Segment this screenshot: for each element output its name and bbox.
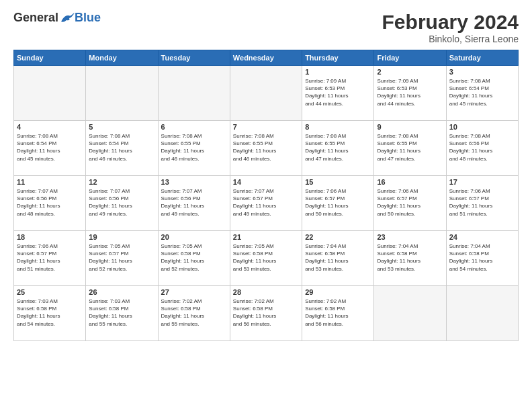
table-cell: 1Sunrise: 7:09 AM Sunset: 6:53 PM Daylig… xyxy=(302,66,374,121)
logo-general-text: General xyxy=(13,11,58,25)
day-number: 7 xyxy=(233,123,299,131)
table-cell: 19Sunrise: 7:05 AM Sunset: 6:57 PM Dayli… xyxy=(86,231,158,286)
day-number: 19 xyxy=(89,233,154,241)
table-cell: 24Sunrise: 7:04 AM Sunset: 6:58 PM Dayli… xyxy=(446,231,518,286)
day-number: 23 xyxy=(377,233,443,241)
calendar-table: Sunday Monday Tuesday Wednesday Thursday… xyxy=(13,50,519,341)
table-row: 4Sunrise: 7:08 AM Sunset: 6:54 PM Daylig… xyxy=(14,121,519,176)
day-number: 2 xyxy=(377,68,443,76)
table-cell xyxy=(230,66,302,121)
day-info: Sunrise: 7:08 AM Sunset: 6:54 PM Dayligh… xyxy=(17,132,83,163)
table-cell xyxy=(14,66,86,121)
header-row: Sunday Monday Tuesday Wednesday Thursday… xyxy=(14,50,519,66)
day-number: 1 xyxy=(305,68,371,76)
col-friday: Friday xyxy=(374,50,446,66)
table-cell: 20Sunrise: 7:05 AM Sunset: 6:58 PM Dayli… xyxy=(158,231,230,286)
day-number: 17 xyxy=(449,178,515,186)
day-info: Sunrise: 7:03 AM Sunset: 6:58 PM Dayligh… xyxy=(89,298,154,328)
day-info: Sunrise: 7:09 AM Sunset: 6:53 PM Dayligh… xyxy=(305,77,371,107)
col-wednesday: Wednesday xyxy=(230,50,302,66)
table-cell: 15Sunrise: 7:06 AM Sunset: 6:57 PM Dayli… xyxy=(302,176,374,231)
header: General Blue February 2024 Binkolo, Sier… xyxy=(13,11,519,44)
table-cell: 12Sunrise: 7:07 AM Sunset: 6:56 PM Dayli… xyxy=(86,176,158,231)
col-saturday: Saturday xyxy=(446,50,518,66)
table-cell: 8Sunrise: 7:08 AM Sunset: 6:55 PM Daylig… xyxy=(302,121,374,176)
day-info: Sunrise: 7:08 AM Sunset: 6:54 PM Dayligh… xyxy=(89,132,154,163)
col-tuesday: Tuesday xyxy=(158,50,230,66)
logo-bird-icon xyxy=(60,12,75,24)
table-cell: 26Sunrise: 7:03 AM Sunset: 6:58 PM Dayli… xyxy=(86,286,158,341)
day-info: Sunrise: 7:06 AM Sunset: 6:57 PM Dayligh… xyxy=(17,242,83,273)
table-cell: 7Sunrise: 7:08 AM Sunset: 6:55 PM Daylig… xyxy=(230,121,302,176)
day-number: 8 xyxy=(305,123,371,131)
table-cell: 27Sunrise: 7:02 AM Sunset: 6:58 PM Dayli… xyxy=(158,286,230,341)
col-sunday: Sunday xyxy=(14,50,86,66)
table-cell: 21Sunrise: 7:05 AM Sunset: 6:58 PM Dayli… xyxy=(230,231,302,286)
day-info: Sunrise: 7:06 AM Sunset: 6:57 PM Dayligh… xyxy=(305,187,371,218)
table-cell: 25Sunrise: 7:03 AM Sunset: 6:58 PM Dayli… xyxy=(14,286,86,341)
day-number: 14 xyxy=(233,178,299,186)
day-number: 25 xyxy=(17,288,83,296)
table-cell xyxy=(446,286,518,341)
day-info: Sunrise: 7:05 AM Sunset: 6:58 PM Dayligh… xyxy=(233,242,299,273)
table-cell xyxy=(374,286,446,341)
table-cell: 23Sunrise: 7:04 AM Sunset: 6:58 PM Dayli… xyxy=(374,231,446,286)
day-info: Sunrise: 7:08 AM Sunset: 6:56 PM Dayligh… xyxy=(449,132,515,163)
day-number: 13 xyxy=(161,178,227,186)
day-info: Sunrise: 7:04 AM Sunset: 6:58 PM Dayligh… xyxy=(449,242,515,273)
day-info: Sunrise: 7:07 AM Sunset: 6:56 PM Dayligh… xyxy=(17,187,83,218)
day-number: 26 xyxy=(89,288,154,296)
day-info: Sunrise: 7:07 AM Sunset: 6:57 PM Dayligh… xyxy=(233,187,299,218)
day-number: 28 xyxy=(233,288,299,296)
table-cell: 5Sunrise: 7:08 AM Sunset: 6:54 PM Daylig… xyxy=(86,121,158,176)
day-number: 6 xyxy=(161,123,227,131)
day-info: Sunrise: 7:08 AM Sunset: 6:54 PM Dayligh… xyxy=(449,77,515,107)
day-number: 3 xyxy=(449,68,515,76)
table-cell xyxy=(86,66,158,121)
table-cell: 3Sunrise: 7:08 AM Sunset: 6:54 PM Daylig… xyxy=(446,66,518,121)
day-info: Sunrise: 7:07 AM Sunset: 6:56 PM Dayligh… xyxy=(89,187,154,218)
day-info: Sunrise: 7:03 AM Sunset: 6:58 PM Dayligh… xyxy=(17,298,83,328)
day-info: Sunrise: 7:08 AM Sunset: 6:55 PM Dayligh… xyxy=(305,132,371,163)
page: General Blue February 2024 Binkolo, Sier… xyxy=(0,0,532,411)
day-number: 29 xyxy=(305,288,371,296)
day-info: Sunrise: 7:04 AM Sunset: 6:58 PM Dayligh… xyxy=(305,242,371,273)
day-number: 27 xyxy=(161,288,227,296)
day-number: 24 xyxy=(449,233,515,241)
table-cell: 4Sunrise: 7:08 AM Sunset: 6:54 PM Daylig… xyxy=(14,121,86,176)
table-cell: 6Sunrise: 7:08 AM Sunset: 6:55 PM Daylig… xyxy=(158,121,230,176)
table-cell: 28Sunrise: 7:02 AM Sunset: 6:58 PM Dayli… xyxy=(230,286,302,341)
logo-blue-text: Blue xyxy=(75,11,101,25)
table-cell: 18Sunrise: 7:06 AM Sunset: 6:57 PM Dayli… xyxy=(14,231,86,286)
location: Binkolo, Sierra Leone xyxy=(382,34,519,44)
table-row: 11Sunrise: 7:07 AM Sunset: 6:56 PM Dayli… xyxy=(14,176,519,231)
day-info: Sunrise: 7:09 AM Sunset: 6:53 PM Dayligh… xyxy=(377,77,443,107)
table-cell: 22Sunrise: 7:04 AM Sunset: 6:58 PM Dayli… xyxy=(302,231,374,286)
day-info: Sunrise: 7:08 AM Sunset: 6:55 PM Dayligh… xyxy=(161,132,227,163)
title-area: February 2024 Binkolo, Sierra Leone xyxy=(382,11,519,44)
day-number: 11 xyxy=(17,178,83,186)
day-info: Sunrise: 7:06 AM Sunset: 6:57 PM Dayligh… xyxy=(377,187,443,218)
table-cell: 14Sunrise: 7:07 AM Sunset: 6:57 PM Dayli… xyxy=(230,176,302,231)
day-number: 12 xyxy=(89,178,154,186)
day-number: 18 xyxy=(17,233,83,241)
table-row: 18Sunrise: 7:06 AM Sunset: 6:57 PM Dayli… xyxy=(14,231,519,286)
table-row: 25Sunrise: 7:03 AM Sunset: 6:58 PM Dayli… xyxy=(14,286,519,341)
day-info: Sunrise: 7:05 AM Sunset: 6:58 PM Dayligh… xyxy=(161,242,227,273)
day-number: 21 xyxy=(233,233,299,241)
day-number: 4 xyxy=(17,123,83,131)
day-info: Sunrise: 7:02 AM Sunset: 6:58 PM Dayligh… xyxy=(161,298,227,328)
table-cell xyxy=(158,66,230,121)
day-number: 5 xyxy=(89,123,154,131)
day-info: Sunrise: 7:06 AM Sunset: 6:57 PM Dayligh… xyxy=(449,187,515,218)
table-cell: 2Sunrise: 7:09 AM Sunset: 6:53 PM Daylig… xyxy=(374,66,446,121)
day-number: 9 xyxy=(377,123,443,131)
day-info: Sunrise: 7:02 AM Sunset: 6:58 PM Dayligh… xyxy=(233,298,299,328)
table-cell: 16Sunrise: 7:06 AM Sunset: 6:57 PM Dayli… xyxy=(374,176,446,231)
logo: General Blue xyxy=(13,11,101,25)
day-number: 22 xyxy=(305,233,371,241)
month-title: February 2024 xyxy=(382,11,519,34)
day-number: 20 xyxy=(161,233,227,241)
table-cell: 10Sunrise: 7:08 AM Sunset: 6:56 PM Dayli… xyxy=(446,121,518,176)
day-info: Sunrise: 7:02 AM Sunset: 6:58 PM Dayligh… xyxy=(305,298,371,328)
